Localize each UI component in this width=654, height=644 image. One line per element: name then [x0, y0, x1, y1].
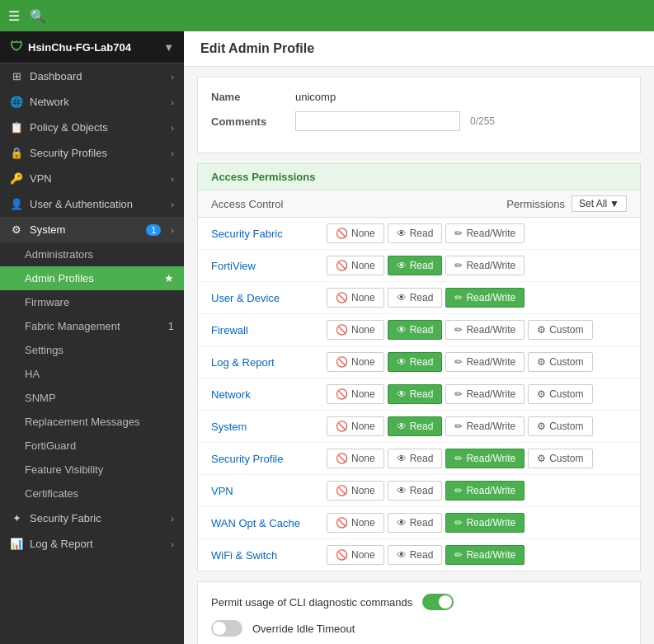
- table-row-firewall: Firewall 🚫 None 👁 Read ✏ Read/Write ⚙ Cu…: [198, 314, 640, 346]
- btn-readwrite-wan-opt[interactable]: ✏ Read/Write: [445, 513, 525, 533]
- table-row-system-perm: System 🚫 None 👁 Read ✏ Read/Write ⚙ Cust…: [198, 411, 640, 443]
- sidebar-item-system[interactable]: ⚙ System 1 ›: [0, 217, 184, 242]
- btn-rw-label-vpn: Read/Write: [466, 485, 515, 496]
- sidebar-item-policy-objects[interactable]: 📋 Policy & Objects ›: [0, 115, 184, 140]
- btn-none-security-fabric[interactable]: 🚫 None: [327, 223, 384, 243]
- btn-none-firewall[interactable]: 🚫 None: [327, 320, 384, 340]
- btn-readwrite-system[interactable]: ✏ Read/Write: [445, 416, 525, 436]
- sidebar-item-admin-profiles[interactable]: Admin Profiles ★: [0, 266, 184, 290]
- set-all-label: Set All: [579, 198, 607, 209]
- btn-read-label-ws: Read: [410, 549, 434, 561]
- comments-row: Comments 0/255: [211, 111, 627, 131]
- btn-readwrite-log-report[interactable]: ✏ Read/Write: [445, 352, 525, 372]
- sidebar-arrow-security-profiles: ›: [171, 148, 174, 158]
- sidebar-item-dashboard[interactable]: ⊞ Dashboard ›: [0, 63, 184, 89]
- btn-none-security-profile[interactable]: 🚫 None: [327, 449, 384, 468]
- btn-none-system[interactable]: 🚫 None: [327, 416, 384, 436]
- sidebar-chevron[interactable]: ▼: [163, 41, 174, 54]
- row-label-fortiview[interactable]: FortiView: [211, 260, 327, 272]
- row-label-vpn-perm[interactable]: VPN: [211, 485, 327, 497]
- row-label-wan-opt[interactable]: WAN Opt & Cache: [211, 517, 327, 529]
- btn-read-firewall[interactable]: 👁 Read: [388, 320, 443, 340]
- sidebar-item-administrators[interactable]: Administrators: [0, 242, 184, 266]
- sidebar-item-ha[interactable]: HA: [0, 362, 184, 386]
- sidebar-item-security-fabric[interactable]: ✦ Security Fabric ›: [0, 505, 184, 531]
- sidebar-item-certificates[interactable]: Certificates: [0, 482, 184, 505]
- sidebar-arrow-system: ›: [171, 225, 174, 235]
- btn-custom-security-profile[interactable]: ⚙ Custom: [528, 449, 592, 468]
- sidebar-item-replacement-messages[interactable]: Replacement Messages: [0, 410, 184, 434]
- main-layout: 🛡 HsinChu-FG-Lab704 ▼ ⊞ Dashboard › 🌐 Ne…: [0, 31, 654, 644]
- sidebar-item-settings[interactable]: Settings: [0, 338, 184, 362]
- pencil-icon-fv: ✏: [454, 260, 463, 271]
- btn-none-wan-opt[interactable]: 🚫 None: [327, 513, 384, 533]
- btn-readwrite-vpn[interactable]: ✏ Read/Write: [445, 481, 525, 501]
- btn-read-system[interactable]: 👁 Read: [388, 416, 443, 436]
- btn-readwrite-fortiview[interactable]: ✏ Read/Write: [445, 256, 525, 275]
- sidebar-item-fabric-management[interactable]: Fabric Management 1: [0, 314, 184, 338]
- btn-readwrite-user-device[interactable]: ✏ Read/Write: [445, 288, 525, 308]
- btn-read-network[interactable]: 👁 Read: [388, 384, 443, 404]
- eye-icon-wo: 👁: [397, 517, 407, 529]
- row-label-network-perm[interactable]: Network: [211, 388, 327, 401]
- btn-custom-log-report[interactable]: ⚙ Custom: [528, 352, 592, 372]
- ban-icon-fv: 🚫: [336, 260, 348, 271]
- row-label-user-device[interactable]: User & Device: [211, 292, 327, 304]
- row-label-firewall[interactable]: Firewall: [211, 324, 327, 336]
- btn-read-wan-opt[interactable]: 👁 Read: [388, 513, 443, 533]
- btn-read-fortiview[interactable]: 👁 Read: [388, 256, 443, 275]
- sidebar-item-security-profiles[interactable]: 🔒 Security Profiles ›: [0, 140, 184, 166]
- sidebar-item-snmp[interactable]: SNMP: [0, 386, 184, 410]
- btn-none-log-report[interactable]: 🚫 None: [327, 352, 384, 372]
- btn-readwrite-firewall[interactable]: ✏ Read/Write: [445, 320, 525, 340]
- row-label-security-profile[interactable]: Security Profile: [211, 453, 327, 465]
- search-icon[interactable]: 🔍: [30, 8, 46, 24]
- fabric-management-badge: 1: [168, 320, 174, 332]
- sidebar-item-firmware[interactable]: Firmware: [0, 290, 184, 314]
- sidebar-label-log-report: Log & Report: [30, 538, 164, 550]
- row-label-system-perm[interactable]: System: [211, 421, 327, 433]
- btn-read-vpn[interactable]: 👁 Read: [388, 481, 443, 501]
- btn-readwrite-security-fabric[interactable]: ✏ Read/Write: [445, 223, 525, 243]
- btn-custom-label-sys: Custom: [549, 421, 583, 432]
- override-toggle[interactable]: [211, 620, 242, 637]
- row-label-wifi-switch[interactable]: WiFi & Switch: [211, 549, 327, 562]
- btn-read-wifi-switch[interactable]: 👁 Read: [388, 545, 443, 565]
- btn-custom-firewall[interactable]: ⚙ Custom: [528, 320, 592, 340]
- row-buttons-network: 🚫 None 👁 Read ✏ Read/Write ⚙ Custom: [327, 384, 593, 404]
- btn-readwrite-network[interactable]: ✏ Read/Write: [445, 384, 525, 404]
- btn-custom-system[interactable]: ⚙ Custom: [528, 416, 592, 436]
- sidebar-item-fortiguard[interactable]: FortiGuard: [0, 434, 184, 458]
- btn-read-label-ud: Read: [410, 292, 434, 303]
- sidebar-header[interactable]: 🛡 HsinChu-FG-Lab704 ▼: [0, 31, 184, 63]
- btn-readwrite-security-profile[interactable]: ✏ Read/Write: [445, 449, 525, 468]
- btn-none-network[interactable]: 🚫 None: [327, 384, 384, 404]
- row-label-security-fabric[interactable]: Security Fabric: [211, 228, 327, 240]
- btn-rw-label-sys: Read/Write: [466, 421, 515, 432]
- set-all-button[interactable]: Set All ▼: [572, 195, 627, 212]
- sidebar-item-log-report[interactable]: 📊 Log & Report ›: [0, 531, 184, 557]
- row-label-log-report-perm[interactable]: Log & Report: [211, 356, 327, 369]
- comments-input[interactable]: [295, 111, 460, 131]
- btn-read-label-wo: Read: [410, 517, 434, 529]
- sidebar-item-vpn[interactable]: 🔑 VPN ›: [0, 166, 184, 191]
- btn-none-vpn[interactable]: 🚫 None: [327, 481, 384, 501]
- menu-icon[interactable]: ☰: [8, 8, 20, 24]
- btn-read-security-fabric[interactable]: 👁 Read: [388, 223, 443, 243]
- sidebar-item-user-auth[interactable]: 👤 User & Authentication ›: [0, 191, 184, 217]
- sidebar-item-feature-visibility[interactable]: Feature Visibility: [0, 458, 184, 482]
- btn-custom-network[interactable]: ⚙ Custom: [528, 384, 592, 404]
- table-row-wifi-switch: WiFi & Switch 🚫 None 👁 Read ✏ Read/Write: [198, 539, 640, 571]
- btn-none-user-device[interactable]: 🚫 None: [327, 288, 384, 308]
- btn-read-log-report[interactable]: 👁 Read: [388, 352, 443, 372]
- btn-read-user-device[interactable]: 👁 Read: [388, 288, 443, 308]
- ban-icon: 🚫: [336, 228, 348, 239]
- sidebar-item-network[interactable]: 🌐 Network ›: [0, 89, 184, 115]
- btn-read-label-lr: Read: [410, 356, 434, 368]
- btn-readwrite-wifi-switch[interactable]: ✏ Read/Write: [445, 545, 525, 565]
- btn-rw-label-ud: Read/Write: [466, 292, 515, 303]
- btn-none-fortiview[interactable]: 🚫 None: [327, 256, 384, 275]
- btn-read-security-profile[interactable]: 👁 Read: [388, 449, 443, 468]
- cli-toggle[interactable]: [422, 594, 454, 610]
- btn-none-wifi-switch[interactable]: 🚫 None: [327, 545, 384, 565]
